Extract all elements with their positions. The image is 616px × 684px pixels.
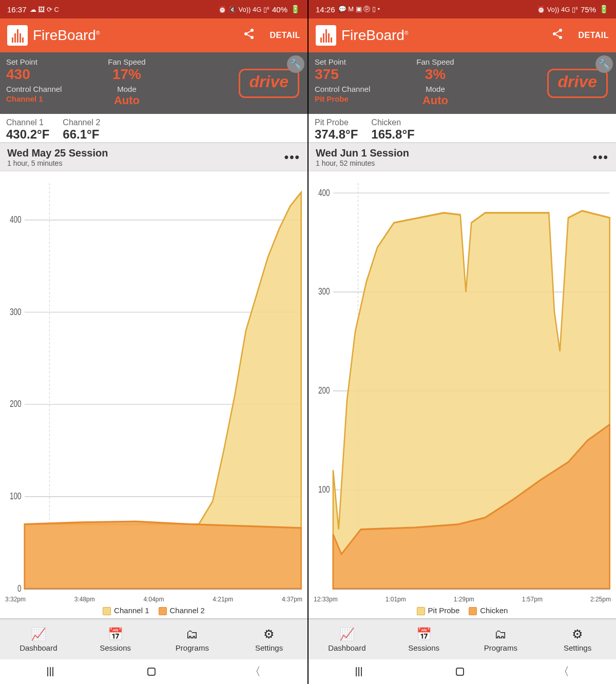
share-icon[interactable]: [551, 28, 564, 43]
system-nav: 〈: [0, 659, 307, 684]
svg-point-1: [244, 32, 247, 35]
recents-button[interactable]: [356, 667, 362, 676]
svg-text:400: 400: [318, 188, 330, 198]
set-point-label: Set Point: [6, 57, 88, 66]
svg-text:300: 300: [318, 287, 330, 297]
nav-sessions[interactable]: 📅Sessions: [386, 619, 463, 659]
chart-area[interactable]: 100200300400 12:33pm1:01pm1:29pm1:57pm2:…: [309, 171, 616, 618]
svg-text:200: 200: [10, 399, 22, 409]
svg-point-17: [559, 36, 562, 39]
bottom-nav: 📈Dashboard 📅Sessions 🗂Programs ⚙Settings: [0, 618, 307, 659]
back-button[interactable]: 〈: [558, 664, 569, 679]
dashboard-icon: 📈: [31, 627, 46, 641]
calendar-icon: 📅: [108, 627, 123, 641]
chart-area[interactable]: 0100200300400 3:32pm3:48pm4:04pm4:21pm4:…: [0, 171, 307, 618]
channel-readout[interactable]: Chicken 165.8°F: [371, 118, 414, 138]
nav-programs[interactable]: 🗂Programs: [463, 619, 540, 659]
fan-speed-label: Fan Speed: [402, 57, 469, 66]
wrench-icon[interactable]: 🔧: [595, 55, 613, 73]
status-left-icons: 💬 M ▣ ⓟ ▯ •: [338, 5, 380, 14]
share-icon[interactable]: [243, 28, 255, 43]
control-channel-label: Control Channel: [315, 85, 397, 93]
status-right-icons: ⏰ Vo)) 4G ▯ᴵᴵ: [537, 6, 578, 13]
status-right-icons: ⏰ 🔇 Vo)) 4G ▯ᴵᴵ: [218, 6, 269, 13]
svg-text:0: 0: [17, 583, 22, 593]
session-duration: 1 hour, 5 minutes: [7, 159, 108, 167]
status-battery: 75%: [581, 5, 596, 14]
channel-readouts: Pit Probe 374.8°F Chicken 165.8°F: [309, 114, 616, 143]
detail-button[interactable]: DETAIL: [270, 31, 300, 40]
fan-speed-value: 17%: [93, 67, 160, 82]
dashboard-icon: 📈: [339, 627, 355, 641]
status-battery: 40%: [272, 5, 287, 14]
mode-value: Auto: [93, 94, 160, 107]
recents-button[interactable]: [47, 667, 53, 676]
battery-icon: 🔋: [291, 5, 300, 14]
status-left-icons: ☁ 🖼 ⟳ C: [30, 6, 59, 13]
home-button[interactable]: [147, 668, 156, 676]
drive-badge[interactable]: drive: [239, 69, 299, 98]
session-title: Wed May 25 Session: [7, 147, 108, 159]
gear-icon: ⚙: [263, 627, 275, 641]
session-duration: 1 hour, 52 minutes: [316, 159, 409, 167]
nav-settings[interactable]: ⚙Settings: [230, 619, 307, 659]
cards-icon: 🗂: [494, 627, 507, 641]
channel-readouts: Channel 1 430.2°F Channel 2 66.1°F: [0, 114, 307, 143]
screen-left: 16:37 ☁ 🖼 ⟳ C ⏰ 🔇 Vo)) 4G ▯ᴵᴵ 40% 🔋 Fire…: [0, 0, 307, 684]
drive-panel: 🔧 Set Point 375 Control Channel Pit Prob…: [309, 52, 616, 114]
calendar-icon: 📅: [416, 627, 432, 641]
session-title: Wed Jun 1 Session: [316, 147, 409, 159]
channel-readout[interactable]: Pit Probe 374.8°F: [315, 118, 358, 138]
more-icon[interactable]: •••: [284, 150, 300, 164]
app-title: FireBoard®: [33, 27, 238, 44]
nav-dashboard[interactable]: 📈Dashboard: [309, 619, 386, 659]
set-point-label: Set Point: [315, 57, 397, 66]
logo-icon: [7, 25, 28, 46]
nav-settings[interactable]: ⚙Settings: [539, 619, 616, 659]
app-header: FireBoard® DETAIL: [0, 18, 307, 52]
nav-programs[interactable]: 🗂Programs: [154, 619, 231, 659]
system-nav: 〈: [309, 659, 616, 684]
bottom-nav: 📈Dashboard 📅Sessions 🗂Programs ⚙Settings: [309, 618, 616, 659]
status-bar: 14:26 💬 M ▣ ⓟ ▯ • ⏰ Vo)) 4G ▯ᴵᴵ 75% 🔋: [309, 0, 616, 18]
logo-icon: [316, 25, 336, 46]
gear-icon: ⚙: [572, 627, 583, 641]
svg-point-0: [251, 29, 254, 32]
mode-value: Auto: [402, 94, 469, 107]
cards-icon: 🗂: [186, 627, 198, 641]
nav-dashboard[interactable]: 📈Dashboard: [0, 619, 77, 659]
svg-point-2: [251, 36, 254, 39]
detail-button[interactable]: DETAIL: [578, 31, 609, 40]
app-title: FireBoard®: [341, 27, 546, 44]
svg-point-16: [553, 32, 556, 35]
fan-speed-value: 3%: [402, 67, 469, 82]
svg-text:200: 200: [318, 386, 330, 396]
status-time: 14:26: [316, 5, 335, 14]
more-icon[interactable]: •••: [593, 150, 609, 164]
set-point-value: 375: [315, 67, 397, 82]
session-header: Wed May 25 Session 1 hour, 5 minutes •••: [0, 143, 307, 171]
drive-badge[interactable]: drive: [547, 69, 608, 98]
status-time: 16:37: [7, 5, 27, 14]
nav-sessions[interactable]: 📅Sessions: [77, 619, 154, 659]
control-channel-label: Control Channel: [6, 85, 88, 93]
back-button[interactable]: 〈: [249, 664, 261, 679]
channel-readout[interactable]: Channel 1 430.2°F: [6, 118, 49, 138]
session-header: Wed Jun 1 Session 1 hour, 52 minutes •••: [309, 143, 616, 171]
svg-text:300: 300: [10, 307, 22, 317]
svg-point-15: [559, 29, 562, 32]
set-point-value: 430: [6, 67, 88, 82]
control-channel-value: Channel 1: [6, 94, 88, 103]
screen-right: 14:26 💬 M ▣ ⓟ ▯ • ⏰ Vo)) 4G ▯ᴵᴵ 75% 🔋 Fi…: [309, 0, 616, 684]
svg-text:100: 100: [318, 484, 330, 494]
status-bar: 16:37 ☁ 🖼 ⟳ C ⏰ 🔇 Vo)) 4G ▯ᴵᴵ 40% 🔋: [0, 0, 307, 18]
wrench-icon[interactable]: 🔧: [287, 55, 304, 73]
home-button[interactable]: [456, 668, 464, 676]
svg-text:100: 100: [10, 491, 22, 501]
channel-readout[interactable]: Channel 2 66.1°F: [63, 118, 100, 138]
svg-text:400: 400: [10, 214, 22, 224]
control-channel-value: Pit Probe: [315, 94, 397, 103]
mode-label: Mode: [93, 85, 160, 93]
mode-label: Mode: [402, 85, 469, 93]
fan-speed-label: Fan Speed: [93, 57, 160, 66]
